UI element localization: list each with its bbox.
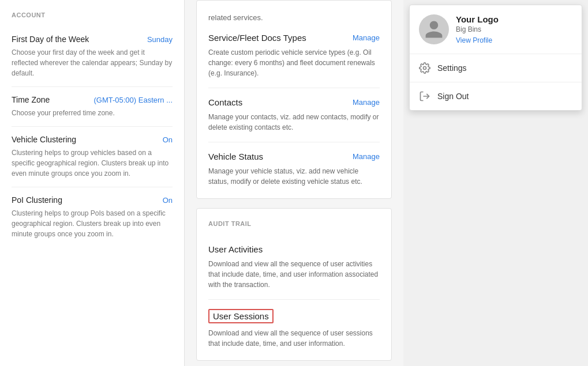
user-profile-section: Your Logo Big Bins View Profile — [410, 5, 582, 54]
setting-header: PoI Clustering On — [12, 195, 173, 205]
setting-value[interactable]: On — [163, 135, 173, 144]
setting-description: Clustering helps to group PoIs based on … — [12, 208, 173, 239]
user-name: Your Logo — [456, 14, 572, 24]
service-section: Service/Fleet Docs Types Manage Create c… — [208, 33, 380, 88]
service-section: Vehicle Status Manage Manage your vehicl… — [208, 142, 380, 187]
setting-header: Time Zone (GMT-05:00) Eastern ... — [12, 95, 173, 104]
card-intro-text: related services. — [208, 12, 380, 24]
view-profile-link[interactable]: View Profile — [456, 36, 492, 44]
settings-menu-item[interactable]: Settings — [410, 54, 582, 82]
audit-section-desc: Download and view all the sequence of us… — [208, 259, 380, 290]
card-section-title: Service/Fleet Docs Types — [208, 33, 306, 43]
service-section: Contacts Manage Manage your contacts, vi… — [208, 88, 380, 142]
service-sections-container: Service/Fleet Docs Types Manage Create c… — [208, 33, 380, 187]
signout-label: Sign Out — [437, 92, 469, 101]
setting-value[interactable]: On — [163, 196, 173, 205]
setting-item: Vehicle Clustering On Clustering helps t… — [12, 127, 173, 187]
user-avatar-icon — [424, 19, 444, 40]
setting-item: PoI Clustering On Clustering helps to gr… — [12, 187, 173, 247]
setting-description: Choose your first day of the week and ge… — [12, 47, 173, 78]
setting-description: Clustering helps to group vehicles based… — [12, 148, 173, 179]
settings-label: Settings — [437, 63, 467, 73]
setting-description: Choose your preferred time zone. — [12, 108, 173, 118]
audit-section-title: User Activities — [208, 244, 380, 254]
setting-title: First Day of the Week — [12, 35, 89, 44]
signout-menu-item[interactable]: Sign Out — [410, 82, 582, 110]
card-section-desc: Create custom periodic vehicle service t… — [208, 47, 380, 78]
left-panel: ACCOUNT First Day of the Week Sunday Cho… — [0, 0, 185, 366]
audit-trail-card: AUDIT TRAIL User Activities Download and… — [196, 208, 392, 361]
user-company: Big Bins — [456, 25, 572, 33]
setting-item: Time Zone (GMT-05:00) Eastern ... Choose… — [12, 87, 173, 127]
audit-section-desc: Download and view all the sequence of us… — [208, 328, 380, 349]
card-section-header: Vehicle Status Manage — [208, 152, 380, 161]
center-panel: related services. Service/Fleet Docs Typ… — [185, 0, 403, 366]
card-section-header: Contacts Manage — [208, 97, 380, 107]
services-card: related services. Service/Fleet Docs Typ… — [196, 0, 392, 199]
signout-icon — [419, 90, 430, 102]
card-section-desc: Manage your contacts, viz. add new conta… — [208, 112, 380, 133]
user-info: Your Logo Big Bins View Profile — [456, 14, 572, 44]
card-section-desc: Manage your vehicle status, viz. add new… — [208, 166, 380, 187]
audit-sections-container: User Activities Download and view all th… — [208, 235, 380, 349]
audit-section: User Activities Download and view all th… — [208, 235, 380, 300]
right-panel: Your Logo Big Bins View Profile Settings — [403, 0, 588, 366]
setting-value[interactable]: Sunday — [147, 35, 173, 44]
settings-container: First Day of the Week Sunday Choose your… — [12, 27, 173, 247]
svg-point-0 — [424, 67, 426, 70]
setting-title: Time Zone — [12, 95, 50, 104]
card-section-title: Contacts — [208, 97, 242, 107]
user-dropdown: Your Logo Big Bins View Profile Settings — [409, 5, 582, 111]
card-section-header: Service/Fleet Docs Types Manage — [208, 33, 380, 43]
audit-trail-label: AUDIT TRAIL — [208, 220, 380, 227]
account-section-label: ACCOUNT — [12, 12, 173, 18]
manage-link[interactable]: Manage — [353, 98, 380, 107]
setting-header: Vehicle Clustering On — [12, 135, 173, 144]
setting-value[interactable]: (GMT-05:00) Eastern ... — [93, 96, 173, 104]
avatar — [419, 14, 449, 44]
setting-title: Vehicle Clustering — [12, 135, 76, 144]
setting-item: First Day of the Week Sunday Choose your… — [12, 27, 173, 87]
setting-title: PoI Clustering — [12, 195, 62, 205]
audit-section-title[interactable]: User Sessions — [208, 309, 274, 323]
setting-header: First Day of the Week Sunday — [12, 35, 173, 44]
card-section-title: Vehicle Status — [208, 152, 263, 161]
manage-link[interactable]: Manage — [353, 152, 380, 161]
settings-icon — [419, 62, 430, 74]
manage-link[interactable]: Manage — [353, 33, 380, 42]
audit-section: User Sessions Download and view all the … — [208, 300, 380, 349]
